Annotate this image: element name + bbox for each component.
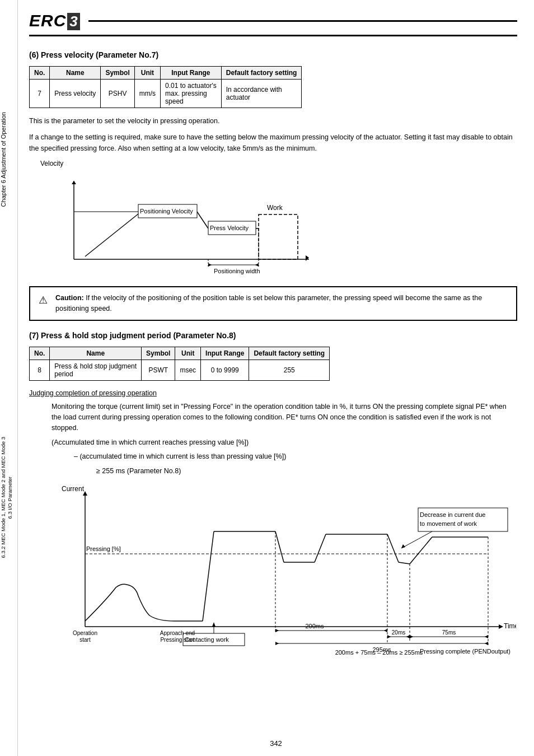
svg-marker-48 [410,635,413,638]
positioning-velocity-label: Positioning Velocity [140,208,193,214]
col-default2: Default factory setting [249,347,330,360]
decrease-label1: Decrease in current due [420,511,485,518]
pressing-label: Pressing [%] [86,545,121,552]
page-header: ERC 3 [29,11,517,36]
section7-body2: (Accumulated time in which current reach… [51,437,517,448]
cell-symbol2: PSWT [142,360,175,380]
section6-heading: (6) Press velocity (Parameter No.7) [29,50,517,59]
col-name: Name [50,67,101,80]
cell-unit2: msec [175,360,201,380]
cell-no: 7 [30,80,50,108]
caution-box: ⚠ Caution: If the velocity of the positi… [29,286,517,321]
col-input-range: Input Range [161,67,222,80]
svg-rect-10 [259,214,298,259]
section7-body1: Monitoring the torque (current limit) se… [51,402,517,434]
section6-body1: This is the parameter to set the velocit… [29,116,517,127]
current-svg: Current Time Pressing [%] Operation star… [29,481,516,655]
svg-line-31 [387,534,399,562]
svg-line-7 [197,212,208,228]
col-unit: Unit [134,67,160,80]
press-velocity-label: Press Velocity [210,225,249,231]
main-content: ERC 3 (6) Press velocity (Parameter No.7… [18,0,534,756]
col-symbol: Symbol [101,67,134,80]
section7-body3: – (accumulated time in which current is … [74,451,517,462]
cell-default2: 255 [249,360,330,380]
col-symbol2: Symbol [142,347,175,360]
svg-marker-52 [485,642,488,645]
svg-marker-51 [275,642,279,645]
svg-marker-14 [208,263,212,267]
op-start-label: Operation [73,630,97,636]
formula-label: 200ms + 75ms – 20ms ≥ 255ms [335,649,423,655]
t75ms-label: 75ms [442,629,456,636]
cell-symbol: PSHV [101,80,134,108]
op-start-label2: start [79,637,91,643]
svg-marker-21 [499,624,503,629]
logo: ERC 3 [29,11,80,30]
section7-body4: ≥ 255 ms (Parameter No.8) [96,466,517,477]
section7-heading: (7) Press & hold stop judgment period (P… [29,331,517,340]
svg-marker-40 [212,622,216,627]
cell-default: In accordance withactuator [221,80,302,108]
svg-line-32 [399,562,410,564]
cell-name: Press velocity [50,80,101,108]
approach-end-label1: Approach end [160,630,195,636]
col-unit2: Unit [175,347,201,360]
current-label: Current [62,485,85,493]
sidebar-chapter-label: Chapter 6 Adjustment of Operation [0,112,18,207]
table-row2: 8 Press & hold stop judgmentperiod PSWT … [30,360,330,380]
work-label: Work [267,204,283,212]
section6-body2: If a change to the setting is required, … [29,132,517,154]
positioning-width-label: Positioning width [214,268,260,274]
decrease-label2: to movement of work [420,520,477,527]
col-no2: No. [30,347,50,360]
caution-icon: ⚠ [39,293,51,308]
table-row: 7 Press velocity PSHV mm/s 0.01 to actua… [30,80,302,108]
svg-line-27 [275,531,284,562]
col-no: No. [30,67,50,80]
svg-marker-46 [406,635,410,638]
approach-end-label2: Pressing start [160,637,194,643]
col-input-range2: Input Range [201,347,249,360]
svg-line-36 [401,531,432,548]
svg-marker-2 [306,255,309,261]
current-diagram: Current Time Pressing [%] Operation star… [29,481,516,655]
section7-table: No. Name Symbol Unit Input Range Default… [29,347,330,381]
judging-heading: Judging completion of pressing operation [29,389,157,397]
t20ms-label: 20ms [392,629,405,636]
time-label: Time [504,622,516,630]
svg-marker-45 [387,635,391,638]
col-name2: Name [50,347,142,360]
velocity-diagram: Velocity [40,160,517,278]
caution-text: Caution: If the velocity of the position… [55,293,508,314]
cell-unit: mm/s [134,80,160,108]
page-number: 342 [270,739,282,748]
svg-line-33 [410,537,432,564]
output-label: Pressing complete (PENDoutput) [420,648,510,655]
cell-name2: Press & hold stop judgmentperiod [50,360,142,380]
cell-input-range: 0.01 to actuator'smax. pressingspeed [161,80,222,108]
velocity-svg: Work Press Velocity Positioning Velocity… [40,170,320,276]
svg-marker-43 [384,629,387,632]
svg-line-29 [315,534,326,562]
svg-marker-49 [485,635,488,638]
svg-line-25 [203,531,214,621]
left-sidebar: Chapter 6 Adjustment of Operation 6.3.2 … [0,0,18,756]
caution-prefix: Caution: [55,294,86,302]
sidebar-section-label: 6.3.2 MEC Mode 1, MEC Mode 2 and MEC Mod… [0,437,18,558]
svg-marker-42 [275,629,279,632]
t200ms-label: 200ms [305,623,324,629]
svg-marker-15 [255,263,259,267]
cell-no2: 8 [30,360,50,380]
cell-input-range2: 0 to 9999 [201,360,249,380]
section6-table: No. Name Symbol Unit Input Range Default… [29,66,302,108]
velocity-label: Velocity [40,160,517,167]
caution-body: If the velocity of the positioning of th… [55,294,482,312]
col-default: Default factory setting [221,67,302,80]
svg-line-5 [85,212,141,256]
svg-marker-3 [72,181,76,184]
